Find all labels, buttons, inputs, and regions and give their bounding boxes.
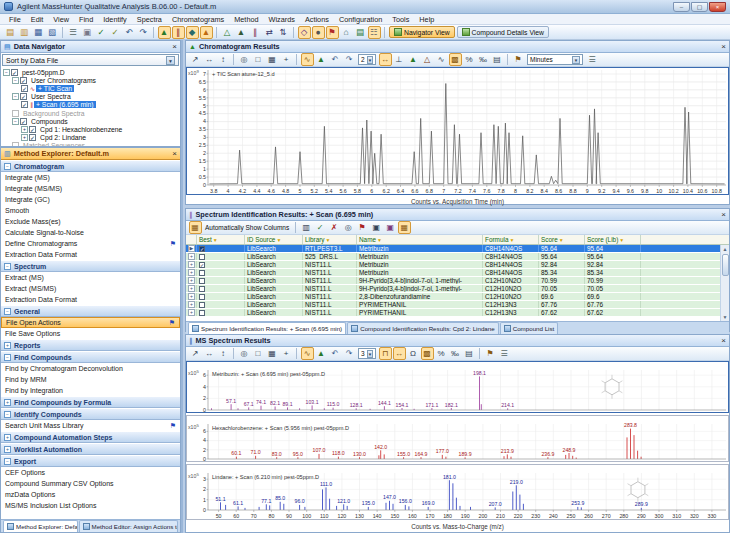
filter-icon[interactable]: ▼ <box>213 237 218 243</box>
collapse-icon[interactable]: − <box>12 118 19 125</box>
menu-identify[interactable]: Identify <box>98 15 132 24</box>
sort-dropdown[interactable]: Sort by Data File ▼ <box>2 54 179 66</box>
row-expand-icon[interactable]: + <box>188 301 195 308</box>
collapse-icon[interactable]: − <box>4 308 11 315</box>
tree-item[interactable]: +✓Cpd 2: Lindane <box>1 134 180 142</box>
minimize-button[interactable]: – <box>673 2 690 12</box>
zoom-icon[interactable]: ◎ <box>238 53 251 66</box>
expand-icon[interactable]: + <box>21 126 28 133</box>
ms-spectrum-plot-1[interactable]: 57.167.174.182.189.1103.1115.0128.1144.1… <box>186 361 729 415</box>
table-row[interactable]: +LibSearchNIST11.L9H-Pyrido[3,4-b]indol-… <box>186 285 729 293</box>
library-search-icon[interactable]: ● <box>312 26 325 39</box>
chromatogram-list-icon[interactable]: △ <box>221 26 234 39</box>
collapse-icon[interactable]: − <box>4 354 11 361</box>
save-icon[interactable]: ▦ <box>32 26 45 39</box>
tree-item[interactable]: −✓Compounds <box>1 117 180 125</box>
checkbox[interactable]: ✓ <box>20 93 27 100</box>
extract-chromatogram-icon[interactable]: ▲ <box>158 26 171 39</box>
tab-method-editor[interactable]: Method Editor: Assign Actions to Run... <box>79 520 178 532</box>
row-expand-icon[interactable]: ▶ <box>188 245 195 252</box>
sort-icon[interactable]: ⇅ <box>277 26 290 39</box>
list-icon[interactable]: ▤ <box>491 53 504 66</box>
checkbox[interactable] <box>12 110 19 117</box>
filter-icon[interactable]: ▼ <box>377 237 382 243</box>
tree-item[interactable]: Matched Sequences <box>1 142 180 146</box>
peak-labels-icon[interactable]: ▲ <box>407 53 420 66</box>
section-chromatogram[interactable]: −Chromatogram <box>1 160 180 172</box>
best-checkbox[interactable] <box>199 254 205 260</box>
method-item[interactable]: Integrate (MS) <box>1 172 180 183</box>
close-icon[interactable]: × <box>172 149 177 159</box>
best-checkbox[interactable]: ✓ <box>199 262 205 268</box>
stack-icon[interactable]: ↔ <box>393 347 406 360</box>
expand-icon[interactable]: + <box>21 134 28 141</box>
accept-icon[interactable]: ✓ <box>314 221 327 234</box>
report-icon[interactable]: ▤ <box>354 26 367 39</box>
filter-icon[interactable]: ▼ <box>326 237 331 243</box>
method-item[interactable]: CEF Options <box>1 467 180 478</box>
menu-edit[interactable]: Edit <box>26 15 49 24</box>
expand-icon[interactable]: + <box>4 446 11 453</box>
settings-icon[interactable]: ☷ <box>368 26 381 39</box>
flag-results-icon[interactable]: ⚑ <box>326 26 339 39</box>
menu-file[interactable]: File <box>4 15 26 24</box>
select-some-icon[interactable]: ✓ <box>109 26 122 39</box>
table-row[interactable]: ▶✓LibSearchRTLPEST3.LMetribuzinC8H14N4OS… <box>186 245 729 253</box>
best-checkbox[interactable] <box>199 294 205 300</box>
best-checkbox[interactable]: ✓ <box>199 246 205 252</box>
menu-method[interactable]: Method <box>229 15 263 24</box>
columns-grid-icon[interactable]: ▦ <box>189 221 202 234</box>
flag-icon[interactable]: ⚑ <box>356 221 369 234</box>
print-icon[interactable]: ☰ <box>67 26 80 39</box>
method-item[interactable]: Find by Chromatogram Deconvolution <box>1 363 180 374</box>
section-find-compounds-by-formula[interactable]: +Find Compounds by Formula <box>1 396 180 408</box>
ms-spectrum-plot-3[interactable]: 51.161.177.185.096.0111.0121.0135.0147.0… <box>186 464 729 522</box>
structure-icon[interactable]: ⌂ <box>340 26 353 39</box>
scroll-down-icon[interactable]: ▼ <box>723 313 728 321</box>
filter-icon[interactable]: ▼ <box>276 237 281 243</box>
menu-wizards[interactable]: Wizards <box>264 15 300 24</box>
table-row[interactable]: +LibSearchNIST11.L9H-Pyrido[3,4-b]indol-… <box>186 277 729 285</box>
mz-icon[interactable]: Ω <box>407 347 420 360</box>
spectrum-list-icon[interactable]: ∥ <box>249 26 262 39</box>
collapse-icon[interactable]: − <box>4 458 11 465</box>
checkbox[interactable]: ✓ <box>20 118 27 125</box>
method-item[interactable]: Compound Summary CSV Options <box>1 478 180 489</box>
normalize-icon[interactable]: ▩ <box>421 347 434 360</box>
close-button[interactable]: × <box>709 2 726 12</box>
column-header-library[interactable]: Library▼ <box>303 235 357 244</box>
list-icon[interactable]: ▤ <box>463 347 476 360</box>
search-icon[interactable]: ◎ <box>342 221 355 234</box>
zoom-box-icon[interactable]: □ <box>252 347 265 360</box>
extract-spectrum-icon[interactable]: ∿ <box>301 347 314 360</box>
normalize-icon[interactable]: ▩ <box>449 53 462 66</box>
row-expand-icon[interactable]: + <box>188 253 195 260</box>
units-select[interactable]: Minutes▼ <box>527 54 583 65</box>
fit-height-icon[interactable]: ↕ <box>217 347 230 360</box>
column-header-formula[interactable]: Formula▼ <box>483 235 539 244</box>
delta-icon[interactable]: △ <box>421 53 434 66</box>
menu-tools[interactable]: Tools <box>387 15 414 24</box>
menu-find[interactable]: Find <box>74 15 98 24</box>
table-row[interactable]: +LibSearchNIST11.LPYRIMETHANILC12H13N367… <box>186 301 729 309</box>
method-item[interactable]: Extract (MS/MS) <box>1 283 180 294</box>
extract-spectrum-icon[interactable]: ∥ <box>172 26 185 39</box>
average-icon[interactable]: ▲ <box>315 347 328 360</box>
percent-icon[interactable]: % <box>435 347 448 360</box>
method-item[interactable]: MS/MS Inclusion List Options <box>1 500 180 511</box>
grid-icon[interactable]: ▦ <box>266 347 279 360</box>
integrate-icon[interactable]: ◆ <box>186 26 199 39</box>
method-item[interactable]: Smooth <box>1 205 180 216</box>
smooth-icon[interactable]: ∿ <box>435 53 448 66</box>
mirror-icon[interactable]: ⊓ <box>379 347 392 360</box>
column-header-best[interactable]: Best▼ <box>197 235 245 244</box>
filter-icon[interactable]: ▼ <box>559 237 564 243</box>
print-icon[interactable]: ☰ <box>498 347 511 360</box>
best-checkbox[interactable] <box>199 278 205 284</box>
checkbox[interactable]: ✓ <box>29 126 36 133</box>
baseline-icon[interactable]: ⊥ <box>393 53 406 66</box>
method-item[interactable]: Integrate (GC) <box>1 194 180 205</box>
expand-icon[interactable]: + <box>4 434 11 441</box>
table-row[interactable]: +LibSearchNIST11.L2,8-Dibenzofurandiamin… <box>186 293 729 301</box>
column-header-id-source[interactable]: ID Source▼ <box>245 235 303 244</box>
